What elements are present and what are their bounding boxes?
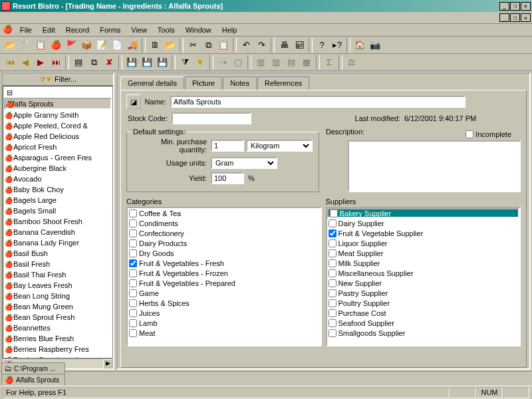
chart3-icon[interactable]: ▤	[284, 55, 299, 70]
categories-listbox[interactable]: Coffee & TeaCondimentsConfectioneryDairy…	[126, 207, 322, 346]
print-icon[interactable]: 🖶	[277, 38, 291, 53]
supplier-item[interactable]: Miscellaneous Supplier	[327, 268, 520, 278]
menu-record[interactable]: Record	[61, 25, 94, 35]
category-item[interactable]: Confectionery	[128, 228, 321, 238]
minqty-input[interactable]	[211, 140, 244, 152]
tree-item[interactable]: Bamboo Shoot Fresh	[4, 216, 112, 227]
chart2-icon[interactable]: ▥	[269, 55, 283, 70]
apple-icon[interactable]: 🍎	[49, 38, 63, 53]
filter-icon[interactable]: ⧩	[178, 55, 192, 70]
tree-item[interactable]: Apricot Fresh	[4, 142, 112, 152]
tree-item[interactable]: Asparagus - Green Fres	[4, 152, 112, 163]
supplier-item[interactable]: Purchase Cost	[327, 308, 520, 318]
category-item[interactable]: Juices	[128, 308, 321, 318]
folder-open-icon[interactable]: 📂	[3, 38, 17, 53]
tree-item[interactable]: Alfalfa Sprouts	[4, 98, 112, 110]
usage-unit-select[interactable]: Gram	[211, 157, 277, 169]
menu-forms[interactable]: Forms	[94, 25, 126, 35]
menu-view[interactable]: View	[126, 25, 152, 35]
tree-item[interactable]: Apple Peeled, Cored &	[4, 120, 112, 131]
record-new-icon[interactable]: ▤	[71, 55, 86, 70]
box-icon[interactable]: 📦	[79, 38, 94, 53]
supplier-item[interactable]: Bakery Supplier	[327, 208, 520, 218]
record-last-icon[interactable]: ⏭	[49, 55, 63, 70]
tree-item[interactable]: Basil Bush	[4, 248, 112, 259]
cut-icon[interactable]: ✂	[186, 38, 200, 53]
tree-item[interactable]: Beannettes	[4, 323, 112, 333]
filter-funnel-icon[interactable]: ▼	[193, 55, 207, 70]
supplier-item[interactable]: Poultry Supplier	[327, 298, 520, 308]
tree-item[interactable]: Berries Blue Fresh	[4, 333, 112, 344]
ingredient-icon-button[interactable]: ◪	[126, 94, 141, 109]
tree-item[interactable]: Bean Sprout Fresh	[4, 312, 112, 323]
mdi-restore-button[interactable]: ❐	[510, 13, 520, 22]
category-item[interactable]: Game	[128, 288, 321, 298]
print-preview-icon[interactable]: 🗟	[292, 38, 307, 53]
supplier-item[interactable]: Dairy Supplier	[327, 218, 520, 228]
tab-picture[interactable]: Picture	[185, 76, 222, 90]
paste2-icon[interactable]: 📋	[216, 38, 231, 53]
context-help-icon[interactable]: ▸?	[330, 38, 344, 53]
suppliers-listbox[interactable]: Bakery SupplierDairy SupplierFruit & Veg…	[326, 207, 521, 346]
yield-input[interactable]	[211, 172, 244, 184]
tree-item[interactable]: Aubergine Black	[4, 163, 112, 174]
menu-tools[interactable]: Tools	[152, 25, 180, 35]
close-button[interactable]: ✕	[521, 2, 531, 11]
description-textarea[interactable]	[348, 140, 521, 192]
record-copy-icon[interactable]: ⧉	[86, 55, 101, 70]
category-item[interactable]: Herbs & Spices	[128, 298, 321, 308]
help-icon[interactable]: ?	[315, 38, 329, 53]
tree-root[interactable]: ⊟	[4, 87, 112, 98]
camera-icon[interactable]: 📷	[368, 38, 382, 53]
redo-icon[interactable]: ↷	[254, 38, 269, 53]
mdi-minimize-button[interactable]: _	[499, 13, 509, 22]
tree-item[interactable]: Bean Long String	[4, 291, 112, 301]
supplier-item[interactable]: New Supplier	[327, 278, 520, 288]
app-menu-icon[interactable]	[3, 25, 12, 35]
save-icon[interactable]: 💾	[124, 55, 139, 70]
stock-code-input[interactable]	[172, 112, 251, 124]
tree-item[interactable]: Apple Granny Smith	[4, 110, 112, 120]
home-icon[interactable]: 🏠	[352, 38, 367, 53]
tree-item[interactable]: Bean Mung Green	[4, 301, 112, 312]
flag-red-icon[interactable]: 🚩	[64, 38, 78, 53]
tree-item[interactable]: Avocado	[4, 174, 112, 184]
filter-button[interactable]: ⧩▼ Filter...	[3, 74, 113, 86]
tree-item[interactable]: Banana Lady Finger	[4, 237, 112, 248]
tree-item[interactable]: Berries Raspberry Fres	[4, 344, 112, 354]
tree-item[interactable]: Basil Fresh	[4, 259, 112, 269]
supplier-item[interactable]: Fruit & Vegetable Supplier	[327, 228, 520, 238]
record-prev-icon[interactable]: ◀	[18, 55, 33, 70]
truck-icon[interactable]: 🚚	[125, 38, 140, 53]
tree-item[interactable]: Banana Cavendish	[4, 227, 112, 237]
menu-edit[interactable]: Edit	[37, 25, 61, 35]
menu-file[interactable]: File	[15, 25, 37, 35]
ingredient-tree[interactable]: ⊟ Alfalfa SproutsApple Granny SmithApple…	[3, 86, 113, 358]
hscroll-right-icon[interactable]: ▶	[103, 359, 113, 368]
tab-references[interactable]: References	[257, 76, 309, 90]
sum-icon[interactable]: Σ	[322, 55, 336, 70]
record-delete-icon[interactable]: ✘	[102, 55, 116, 70]
category-item[interactable]: Condiments	[128, 218, 321, 228]
category-item[interactable]: Fruit & Vegetables - Prepared	[128, 278, 321, 288]
supplier-item[interactable]: Smallgoods Supplier	[327, 328, 520, 338]
open-doc-icon[interactable]: 📂	[163, 38, 178, 53]
tag-icon[interactable]: ▢	[231, 55, 245, 70]
lock-icon[interactable]: 📝	[94, 38, 109, 53]
tree-item[interactable]: Baby Bok Choy	[4, 184, 112, 195]
minqty-unit-select[interactable]: Kilogram	[246, 140, 313, 152]
category-item[interactable]: Dry Goods	[128, 248, 321, 258]
mdi-close-button[interactable]: ✕	[521, 13, 531, 22]
copy-icon[interactable]: ⧉	[201, 38, 215, 53]
maximize-button[interactable]: ❐	[510, 2, 520, 11]
tab-general-details[interactable]: General details	[120, 76, 184, 90]
supplier-item[interactable]: Milk Supplier	[327, 258, 520, 268]
saveall-icon[interactable]: 💾	[155, 55, 170, 70]
new-doc-icon[interactable]: 🗎	[148, 38, 162, 53]
tree-item[interactable]: Apple Red Delicious	[4, 131, 112, 142]
record-first-icon[interactable]: ⏮	[3, 55, 17, 70]
document-tab[interactable]: 🗂C:\Program ...	[1, 362, 65, 374]
balance-icon[interactable]: ⚖	[344, 55, 359, 70]
paste-icon[interactable]: 📄	[110, 38, 124, 53]
category-item[interactable]: Meat	[128, 328, 321, 338]
